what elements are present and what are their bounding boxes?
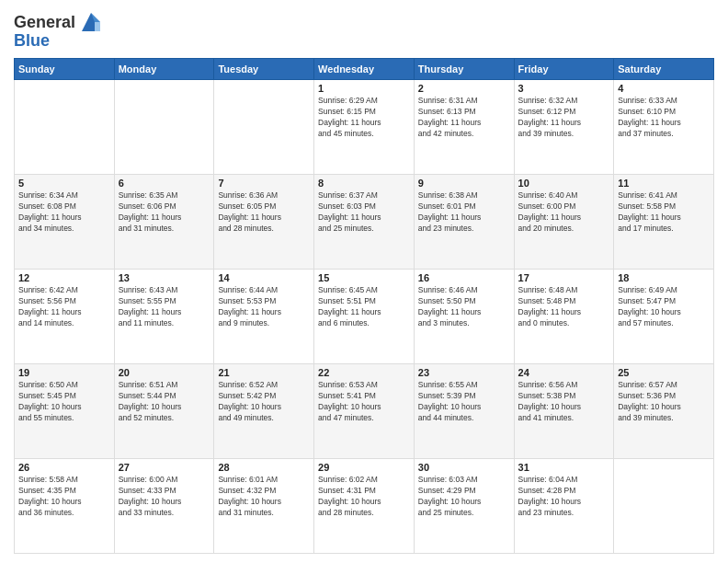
day-number: 5 [18, 178, 110, 189]
day-info: Sunrise: 6:41 AM Sunset: 5:58 PM Dayligh… [618, 190, 710, 235]
day-number: 20 [119, 367, 210, 378]
day-number: 30 [418, 462, 510, 473]
day-number: 14 [218, 272, 310, 283]
day-info: Sunrise: 6:56 AM Sunset: 5:38 PM Dayligh… [518, 380, 610, 424]
day-cell: 22Sunrise: 6:53 AM Sunset: 5:41 PM Dayli… [314, 364, 415, 459]
day-cell: 17Sunrise: 6:48 AM Sunset: 5:48 PM Dayli… [514, 270, 614, 364]
day-cell: 19Sunrise: 6:50 AM Sunset: 5:45 PM Dayli… [15, 364, 115, 459]
week-row-5: 26Sunrise: 5:58 AM Sunset: 4:35 PM Dayli… [15, 459, 714, 554]
day-cell: 9Sunrise: 6:38 AM Sunset: 6:01 PM Daylig… [414, 175, 514, 270]
day-cell: 10Sunrise: 6:40 AM Sunset: 6:00 PM Dayli… [514, 175, 614, 270]
day-cell: 5Sunrise: 6:34 AM Sunset: 6:08 PM Daylig… [15, 175, 115, 270]
day-info: Sunrise: 6:38 AM Sunset: 6:01 PM Dayligh… [418, 190, 510, 235]
weekday-header-row: SundayMondayTuesdayWednesdayThursdayFrid… [15, 59, 714, 80]
day-cell: 14Sunrise: 6:44 AM Sunset: 5:53 PM Dayli… [214, 270, 314, 364]
day-info: Sunrise: 6:03 AM Sunset: 4:29 PM Dayligh… [418, 475, 510, 519]
weekday-header-sunday: Sunday [15, 59, 115, 80]
calendar-table: SundayMondayTuesdayWednesdayThursdayFrid… [14, 58, 714, 554]
logo-icon [78, 9, 104, 35]
day-info: Sunrise: 6:57 AM Sunset: 5:36 PM Dayligh… [618, 380, 710, 424]
day-cell: 2Sunrise: 6:31 AM Sunset: 6:13 PM Daylig… [414, 80, 514, 175]
day-number: 26 [18, 462, 110, 473]
day-cell: 8Sunrise: 6:37 AM Sunset: 6:03 PM Daylig… [314, 175, 415, 270]
day-cell: 26Sunrise: 5:58 AM Sunset: 4:35 PM Dayli… [15, 459, 115, 554]
day-info: Sunrise: 6:32 AM Sunset: 6:12 PM Dayligh… [518, 96, 610, 140]
weekday-header-monday: Monday [114, 59, 214, 80]
day-cell: 1Sunrise: 6:29 AM Sunset: 6:15 PM Daylig… [314, 80, 415, 175]
day-number: 15 [318, 272, 410, 283]
day-number: 1 [318, 83, 410, 94]
day-info: Sunrise: 6:52 AM Sunset: 5:42 PM Dayligh… [218, 380, 310, 424]
day-info: Sunrise: 6:29 AM Sunset: 6:15 PM Dayligh… [318, 96, 410, 140]
day-number: 18 [618, 272, 710, 283]
day-cell: 4Sunrise: 6:33 AM Sunset: 6:10 PM Daylig… [614, 80, 714, 175]
day-number: 21 [218, 367, 310, 378]
weekday-header-saturday: Saturday [614, 59, 714, 80]
day-number: 17 [518, 272, 610, 283]
day-info: Sunrise: 6:02 AM Sunset: 4:31 PM Dayligh… [318, 475, 410, 519]
logo-general-text: General [14, 13, 75, 32]
day-cell: 23Sunrise: 6:55 AM Sunset: 5:39 PM Dayli… [414, 364, 514, 459]
day-info: Sunrise: 6:33 AM Sunset: 6:10 PM Dayligh… [618, 96, 710, 140]
week-row-3: 12Sunrise: 6:42 AM Sunset: 5:56 PM Dayli… [15, 270, 714, 364]
header: General Blue [14, 9, 714, 51]
day-cell: 30Sunrise: 6:03 AM Sunset: 4:29 PM Dayli… [414, 459, 514, 554]
day-cell: 16Sunrise: 6:46 AM Sunset: 5:50 PM Dayli… [414, 270, 514, 364]
day-number: 29 [318, 462, 410, 473]
week-row-1: 1Sunrise: 6:29 AM Sunset: 6:15 PM Daylig… [15, 80, 714, 175]
day-number: 27 [119, 462, 210, 473]
day-number: 22 [318, 367, 410, 378]
day-number: 25 [618, 367, 710, 378]
day-info: Sunrise: 6:42 AM Sunset: 5:56 PM Dayligh… [18, 285, 110, 329]
day-number: 9 [418, 178, 510, 189]
day-cell [15, 80, 115, 175]
day-cell: 13Sunrise: 6:43 AM Sunset: 5:55 PM Dayli… [114, 270, 214, 364]
day-info: Sunrise: 6:35 AM Sunset: 6:06 PM Dayligh… [119, 190, 210, 235]
day-info: Sunrise: 6:04 AM Sunset: 4:28 PM Dayligh… [518, 475, 610, 519]
weekday-header-wednesday: Wednesday [314, 59, 415, 80]
week-row-2: 5Sunrise: 6:34 AM Sunset: 6:08 PM Daylig… [15, 175, 714, 270]
day-info: Sunrise: 6:55 AM Sunset: 5:39 PM Dayligh… [418, 380, 510, 424]
day-number: 6 [119, 178, 210, 189]
day-info: Sunrise: 6:48 AM Sunset: 5:48 PM Dayligh… [518, 285, 610, 329]
day-info: Sunrise: 5:58 AM Sunset: 4:35 PM Dayligh… [18, 475, 110, 519]
day-cell: 7Sunrise: 6:36 AM Sunset: 6:05 PM Daylig… [214, 175, 314, 270]
day-info: Sunrise: 6:01 AM Sunset: 4:32 PM Dayligh… [218, 475, 310, 519]
weekday-header-tuesday: Tuesday [214, 59, 314, 80]
day-info: Sunrise: 6:53 AM Sunset: 5:41 PM Dayligh… [318, 380, 410, 424]
day-cell: 20Sunrise: 6:51 AM Sunset: 5:44 PM Dayli… [114, 364, 214, 459]
day-number: 24 [518, 367, 610, 378]
day-info: Sunrise: 6:49 AM Sunset: 5:47 PM Dayligh… [618, 285, 710, 329]
week-row-4: 19Sunrise: 6:50 AM Sunset: 5:45 PM Dayli… [15, 364, 714, 459]
day-cell: 27Sunrise: 6:00 AM Sunset: 4:33 PM Dayli… [114, 459, 214, 554]
day-number: 10 [518, 178, 610, 189]
day-info: Sunrise: 6:00 AM Sunset: 4:33 PM Dayligh… [119, 475, 210, 519]
day-cell: 25Sunrise: 6:57 AM Sunset: 5:36 PM Dayli… [614, 364, 714, 459]
day-cell: 15Sunrise: 6:45 AM Sunset: 5:51 PM Dayli… [314, 270, 415, 364]
day-info: Sunrise: 6:45 AM Sunset: 5:51 PM Dayligh… [318, 285, 410, 329]
weekday-header-friday: Friday [514, 59, 614, 80]
day-number: 2 [418, 83, 510, 94]
logo: General Blue [14, 9, 104, 51]
day-number: 31 [518, 462, 610, 473]
day-number: 13 [119, 272, 210, 283]
day-info: Sunrise: 6:44 AM Sunset: 5:53 PM Dayligh… [218, 285, 310, 329]
day-info: Sunrise: 6:34 AM Sunset: 6:08 PM Dayligh… [18, 190, 110, 235]
day-number: 3 [518, 83, 610, 94]
day-cell: 6Sunrise: 6:35 AM Sunset: 6:06 PM Daylig… [114, 175, 214, 270]
day-info: Sunrise: 6:31 AM Sunset: 6:13 PM Dayligh… [418, 96, 510, 140]
day-number: 7 [218, 178, 310, 189]
day-cell: 11Sunrise: 6:41 AM Sunset: 5:58 PM Dayli… [614, 175, 714, 270]
day-number: 23 [418, 367, 510, 378]
day-cell [614, 459, 714, 554]
day-cell [114, 80, 214, 175]
day-number: 4 [618, 83, 710, 94]
day-number: 28 [218, 462, 310, 473]
day-info: Sunrise: 6:46 AM Sunset: 5:50 PM Dayligh… [418, 285, 510, 329]
weekday-header-thursday: Thursday [414, 59, 514, 80]
day-number: 8 [318, 178, 410, 189]
day-info: Sunrise: 6:37 AM Sunset: 6:03 PM Dayligh… [318, 190, 410, 235]
day-number: 11 [618, 178, 710, 189]
day-cell: 3Sunrise: 6:32 AM Sunset: 6:12 PM Daylig… [514, 80, 614, 175]
day-number: 12 [18, 272, 110, 283]
